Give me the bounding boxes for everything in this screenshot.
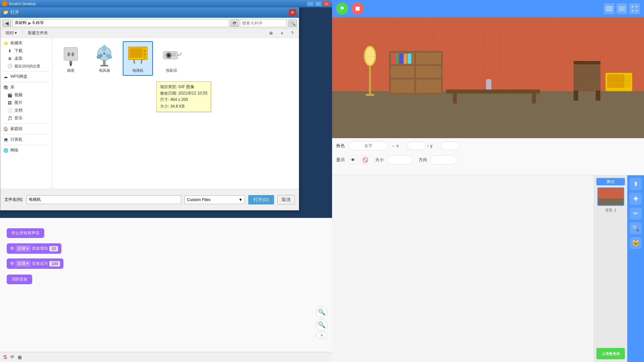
sidebar-item-favorites[interactable]: ⭐ 收藏夹 — [0, 39, 52, 47]
zoom-controls: 🔍 🔍 ≡ — [318, 306, 325, 339]
sidebar-label-desktop: 桌面 — [14, 56, 22, 61]
sidebar-item-desktop[interactable]: 🖥 桌面 — [0, 55, 52, 62]
fullscreen-button[interactable] — [629, 3, 640, 14]
size-label: 大小 — [375, 157, 384, 163]
show-label: 显示 — [336, 157, 345, 163]
file-item-socket[interactable]: 插座 — [56, 41, 86, 76]
taskbar: Scratch Desktop ─ □ ✕ — [0, 0, 332, 7]
close-button[interactable]: ✕ — [323, 1, 330, 6]
ime-lang: 中 — [10, 354, 14, 360]
file-name-projector: 投影仪 — [166, 68, 177, 73]
videos-icon: 🎬 — [7, 93, 12, 98]
y-input[interactable] — [441, 141, 460, 150]
sidebar-item-homegroup[interactable]: 🏠 家庭组 — [0, 125, 52, 133]
person-button[interactable]: 🐱 — [630, 237, 642, 249]
svg-rect-33 — [620, 7, 624, 10]
sidebar-label-favorites: 收藏夹 — [10, 40, 22, 46]
zoom-in-button[interactable]: 🔍 — [316, 306, 327, 318]
path-separator: ▶ — [28, 21, 31, 25]
ime-logo: S — [3, 354, 7, 360]
pictures-icon: 🖼 — [7, 100, 12, 106]
refresh-button[interactable]: ⟳ — [230, 19, 238, 27]
fit-button[interactable]: ≡ — [316, 332, 327, 339]
sidebar-item-network[interactable]: 🌐 网络 — [0, 146, 52, 154]
add-sprite-button[interactable]: ✚ — [630, 193, 642, 205]
y-label: y — [430, 143, 440, 148]
dialog-close-button[interactable]: ✕ — [289, 9, 296, 16]
sidebar-divider-3 — [3, 123, 49, 124]
file-item-tv[interactable]: 电视机 — [123, 41, 153, 76]
volume-change-block[interactable]: 将 音调 ▾ 音效增加 10 — [7, 243, 61, 254]
sidebar: ⭐ 收藏夹 ⬇ 下载 🖥 桌面 🕒 最近访问的位置 ☁ — [0, 38, 52, 189]
favorites-icon: ⭐ — [3, 41, 8, 46]
open-button[interactable]: 打开(O) — [248, 195, 274, 204]
maximize-button[interactable]: □ — [315, 1, 322, 6]
address-bar: ◀ 库材料 ▶ 6.科学 ⟳ 🔍 — [0, 18, 299, 28]
desktop-icon: 🖥 — [7, 56, 12, 61]
file-item-projector[interactable]: 投影仪 — [156, 41, 186, 76]
filename-input[interactable] — [26, 195, 181, 204]
upload-sprite-button[interactable]: 上传角色色 — [596, 348, 625, 359]
svg-rect-38 — [366, 94, 374, 96]
svg-rect-22 — [141, 60, 143, 64]
minimize-button[interactable]: ─ — [307, 1, 314, 6]
tooltip-dimensions: 尺寸: 464 x 200 — [160, 97, 207, 103]
help-button[interactable]: ? — [288, 29, 296, 37]
stop-button[interactable] — [352, 3, 364, 15]
ime-bar: S 中 ⊞ — [0, 352, 332, 362]
sidebar-item-videos[interactable]: 🎬 视频 — [0, 91, 52, 99]
documents-icon: 📄 — [7, 108, 12, 113]
view-list-button[interactable]: ≡ — [278, 29, 286, 37]
sidebar-item-wps[interactable]: ☁ WPS网盘 — [0, 73, 52, 80]
sidebar-label-recent: 最近访问的位置 — [14, 64, 40, 69]
back-button[interactable]: ◀ — [2, 19, 11, 27]
upload-file-button[interactable]: ⬆ — [630, 178, 642, 190]
sidebar-item-music[interactable]: 🎵 音乐 — [0, 114, 52, 122]
zoom-out-button[interactable]: 🔍 — [316, 319, 327, 330]
stage-tab[interactable]: 舞台 — [596, 178, 625, 185]
file-name-socket: 插座 — [67, 68, 74, 73]
organize-button[interactable]: 组织 ▾ — [3, 29, 19, 37]
hide-sprite-button[interactable]: 🚫 — [360, 155, 370, 165]
file-area[interactable]: 插座 — [52, 38, 299, 189]
full-stage-button[interactable] — [616, 3, 627, 14]
sprite-name-input[interactable] — [348, 141, 388, 150]
stage-area — [332, 17, 644, 138]
new-folder-button[interactable]: 新建文件夹 — [25, 29, 51, 37]
downloads-icon: ⬇ — [7, 48, 12, 54]
cancel-button[interactable]: 取消 — [277, 195, 295, 204]
search-input[interactable] — [240, 19, 287, 27]
address-path[interactable]: 库材料 ▶ 6.科学 — [12, 19, 229, 27]
small-stage-button[interactable] — [604, 3, 614, 14]
file-item-fan[interactable]: 电风扇 — [89, 41, 119, 76]
volume-set-block[interactable]: 将 音调 ▾ 音效设为 100 — [7, 258, 63, 269]
scratch-topbar: ⚑ — [332, 0, 644, 17]
clear-sound-block[interactable]: 清除音效 — [7, 275, 32, 284]
sidebar-item-downloads[interactable]: ⬇ 下载 — [0, 47, 52, 55]
sidebar-item-documents[interactable]: 📄 文档 — [0, 107, 52, 114]
window-controls: ─ □ ✕ — [307, 1, 330, 6]
properties-panel: 角色 ↔ x ↕ y 显示 👁 🚫 大小 方向 — [332, 138, 644, 175]
background-item-1[interactable] — [597, 187, 624, 206]
stop-sound-block[interactable]: 停止所有有声音 — [7, 228, 44, 238]
network-icon: 🌐 — [3, 148, 8, 153]
green-flag-button[interactable]: ⚑ — [336, 3, 348, 15]
sidebar-item-library[interactable]: 📚 库 — [0, 83, 52, 91]
socket-icon — [59, 44, 83, 67]
filetype-dropdown[interactable]: Custom Files ▼ — [184, 195, 245, 204]
projector-icon — [160, 44, 183, 67]
zoom-in-stage-button[interactable]: 🔍 — [630, 222, 642, 234]
dialog-icon: 📁 — [3, 10, 8, 15]
sidebar-item-recent[interactable]: 🕒 最近访问的位置 — [0, 62, 52, 70]
x-input[interactable] — [407, 141, 426, 150]
edit-button[interactable]: ✏ — [630, 207, 642, 220]
direction-input[interactable] — [430, 155, 457, 165]
sidebar-item-pictures[interactable]: 🖼 图片 — [0, 99, 52, 107]
show-sprite-button[interactable]: 👁 — [348, 155, 358, 165]
ime-grid-icon: ⊞ — [18, 355, 22, 360]
sidebar-item-computer[interactable]: 💻 计算机 — [0, 136, 52, 143]
size-input[interactable] — [386, 155, 413, 165]
view-icons-button[interactable]: ⊞ — [267, 29, 275, 37]
tooltip-filesize: 大小: 34.8 KB — [160, 103, 207, 110]
search-button[interactable]: 🔍 — [288, 19, 297, 27]
